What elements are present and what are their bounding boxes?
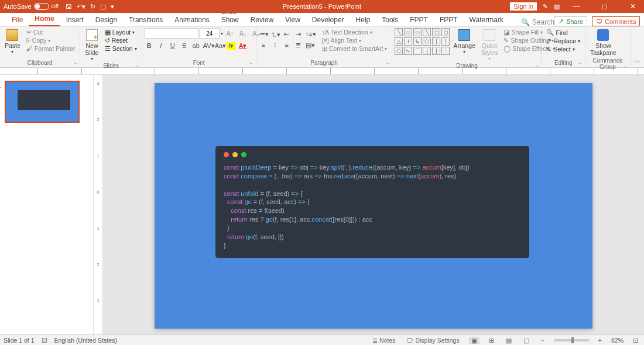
search-box[interactable]: 🔍 Search — [521, 18, 554, 26]
bucket-icon: ◪ — [503, 29, 509, 36]
normal-view-button[interactable]: ▣ — [469, 337, 479, 344]
zoom-level[interactable]: 82% — [611, 337, 624, 344]
tab-home[interactable]: Home — [29, 12, 60, 26]
select-button[interactable]: ↖Select▾ — [544, 45, 583, 53]
zoom-slider[interactable] — [554, 339, 589, 341]
shadow-button[interactable]: ab — [191, 42, 201, 50]
spacing-button[interactable]: AV▾ — [203, 42, 213, 50]
minimize-button[interactable]: — — [566, 0, 588, 13]
cut-button[interactable]: ✂Cut — [24, 28, 77, 36]
reset-button[interactable]: ↺Reset — [102, 36, 139, 44]
format-painter-button[interactable]: 🖌Format Painter — [24, 44, 77, 53]
font-name-input[interactable] — [145, 28, 198, 39]
highlight-button[interactable]: ℓ▾ — [227, 42, 236, 50]
find-button[interactable]: 🔍Find — [544, 28, 583, 37]
close-button[interactable]: ✕ — [622, 0, 644, 13]
layout-icon: ▦ — [105, 29, 111, 36]
ribbon-display-icon[interactable]: ▤ — [554, 3, 560, 11]
text-direction-button[interactable]: ↕AText Direction▾ — [320, 28, 390, 36]
layout-button[interactable]: ▦Layout▾ — [102, 28, 139, 36]
fit-to-window-button[interactable]: ⊡ — [631, 337, 640, 344]
align-text-button[interactable]: [≡]Align Text▾ — [320, 36, 390, 44]
reading-view-button[interactable]: ▤ — [503, 337, 514, 344]
signin-button[interactable]: Sign in — [510, 2, 537, 11]
italic-button[interactable]: I — [156, 42, 166, 50]
columns-button[interactable]: ▤▾ — [306, 42, 315, 49]
tab-file[interactable]: File — [6, 13, 29, 26]
smartart-button[interactable]: ⊞Convert to SmartArt▾ — [320, 44, 390, 53]
align-left-button[interactable]: ≡ — [259, 42, 268, 49]
slideshow-view-button[interactable]: ▢ — [521, 337, 532, 344]
slide-thumbnail-1[interactable]: 1 — [5, 81, 80, 123]
shapes-gallery[interactable]: ╲▭▭╲◻◻ △ℓ↳⬡{} ⬡∿⌒{}⋮ — [395, 28, 450, 55]
arrange-button[interactable]: Arrange▾ — [451, 28, 477, 56]
redo-icon[interactable]: ↻ — [90, 3, 95, 11]
sorter-view-button[interactable]: ⊞ — [487, 337, 496, 344]
dot-yellow-icon — [232, 152, 238, 157]
numbering-button[interactable]: ⒈▾ — [270, 30, 280, 39]
ribbon-tabs: File Home Insert Design Transitions Anim… — [0, 13, 644, 27]
tab-fppt1[interactable]: FPPT — [404, 13, 434, 26]
share-button[interactable]: ↗ Share — [554, 16, 587, 26]
copy-button[interactable]: ⎘Copy▾ — [24, 36, 77, 44]
ruler-vertical: 3210123 — [94, 75, 103, 334]
autosave-toggle[interactable]: AutoSave Off — [4, 3, 59, 10]
section-button[interactable]: ☰Section▾ — [102, 44, 139, 53]
underline-button[interactable]: U — [168, 42, 177, 50]
font-size-input[interactable] — [200, 28, 220, 39]
group-label: Slides — [83, 63, 139, 70]
slide-count[interactable]: Slide 1 of 1 — [4, 337, 35, 344]
code-block[interactable]: const pluckDeep = key => obj => key.spli… — [215, 146, 529, 258]
slide-canvas[interactable]: const pluckDeep = key => obj => key.spli… — [103, 75, 644, 334]
maximize-button[interactable]: ◻ — [594, 0, 616, 13]
undo-icon[interactable]: ↶▾ — [77, 3, 85, 11]
tab-help[interactable]: Help — [350, 13, 376, 26]
zoom-in-button[interactable]: + — [596, 337, 604, 344]
font-color-button[interactable]: A▾ — [238, 42, 248, 50]
paste-button[interactable]: Paste▾ — [2, 28, 23, 56]
slide[interactable]: const pluckDeep = key => obj => key.spli… — [155, 83, 592, 329]
zoom-out-button[interactable]: − — [539, 337, 547, 344]
tab-developer[interactable]: Developer — [306, 13, 350, 26]
collapse-ribbon-button[interactable]: ︿ — [631, 57, 644, 67]
tab-review[interactable]: Review — [245, 13, 279, 26]
tab-view[interactable]: View — [279, 13, 306, 26]
case-button[interactable]: Aa▾ — [215, 42, 224, 50]
bold-button[interactable]: B — [145, 42, 154, 50]
display-settings-button[interactable]: 🖵 Display Settings — [405, 337, 461, 344]
tab-fppt2[interactable]: FPPT — [434, 13, 464, 26]
tab-tools[interactable]: Tools — [376, 13, 404, 26]
pen-icon[interactable]: ✎ — [543, 3, 548, 11]
decrease-font-icon[interactable]: A↓ — [237, 29, 249, 37]
spellcheck-icon[interactable]: ☑ — [42, 337, 47, 344]
line-spacing-button[interactable]: ↕≡▾ — [306, 30, 315, 39]
indent-right-button[interactable]: ⇥ — [294, 30, 303, 39]
tab-insert[interactable]: Insert — [60, 13, 90, 26]
bullets-button[interactable]: ≔▾ — [259, 30, 268, 39]
quick-styles-button[interactable]: Quick Styles▾ — [479, 28, 501, 63]
justify-button[interactable]: ≣ — [294, 42, 303, 49]
notes-button[interactable]: ≣ Notes — [370, 337, 398, 344]
indent-left-button[interactable]: ⇤ — [282, 30, 292, 39]
show-taskpane-button[interactable]: Show Taskpane — [588, 28, 619, 57]
align-right-button[interactable]: ≡ — [282, 42, 292, 49]
section-icon: ☰ — [105, 45, 111, 52]
scissors-icon: ✂ — [26, 29, 32, 36]
tab-design[interactable]: Design — [90, 13, 123, 26]
save-icon[interactable]: 🖫 — [66, 3, 72, 10]
new-slide-button[interactable]: ✦ New Slide▾ — [83, 28, 101, 63]
comments-button[interactable]: 🗨 Comments — [592, 16, 640, 26]
qat-more-icon[interactable]: ▾ — [111, 3, 114, 11]
increase-font-icon[interactable]: A↑ — [224, 29, 236, 37]
align-center-button[interactable]: ⁝ — [270, 42, 280, 49]
tab-animations[interactable]: Animations — [169, 13, 215, 26]
tab-watermark[interactable]: Watermark — [464, 13, 509, 26]
arrange-icon — [458, 29, 470, 41]
replace-button[interactable]: ₐᵇReplace▾ — [544, 37, 583, 45]
ribbon: Paste▾ ✂Cut ⎘Copy▾ 🖌Format Painter Clipb… — [0, 27, 644, 68]
startfrombeginning-icon[interactable]: ▢ — [100, 3, 106, 11]
group-paragraph: ≔▾ ⒈▾ ⇤ ⇥ ↕≡▾ ≡ ⁝ ≡ ≣ ▤▾ ↕AText Directio… — [256, 27, 393, 67]
language-status[interactable]: English (United States) — [54, 337, 117, 344]
tab-transitions[interactable]: Transitions — [123, 13, 169, 26]
strike-button[interactable]: S — [180, 42, 189, 50]
